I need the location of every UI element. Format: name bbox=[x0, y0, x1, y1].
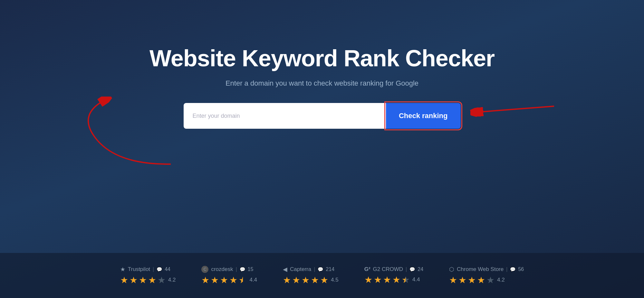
main-content: Website Keyword Rank Checker Enter a dom… bbox=[0, 45, 644, 129]
star-1: ★ bbox=[120, 275, 128, 285]
star-2: ★ bbox=[458, 275, 466, 285]
star-5: ★ bbox=[239, 275, 247, 285]
star-5: ★ bbox=[320, 275, 328, 285]
chromewebstore-score: 4.2 bbox=[497, 277, 505, 283]
crozdesk-header: C crozdesk | 💬 15 bbox=[201, 266, 253, 273]
search-area: Check ranking bbox=[184, 103, 461, 129]
star-5: ★ bbox=[158, 275, 166, 285]
g2crowd-name: G2 CROWD bbox=[373, 266, 403, 273]
chromewebstore-review-icon: 💬 bbox=[510, 267, 515, 272]
crozdesk-review-icon: 💬 bbox=[240, 267, 245, 272]
rating-capterra: ◀ Capterra | 💬 214 ★ ★ ★ ★ ★ 4.5 bbox=[283, 266, 339, 285]
g2crowd-review-icon: 💬 bbox=[409, 267, 415, 272]
star-1: ★ bbox=[283, 275, 291, 285]
star-3: ★ bbox=[468, 275, 476, 285]
g2crowd-score: 4.4 bbox=[412, 276, 420, 283]
chromewebstore-divider: | bbox=[506, 266, 507, 272]
crozdesk-score: 4.4 bbox=[249, 277, 257, 283]
star-5: ★★ bbox=[402, 275, 410, 285]
star-3: ★ bbox=[383, 275, 391, 285]
g2crowd-header: G² G2 CROWD | 💬 24 bbox=[364, 266, 423, 273]
crozdesk-icon: C bbox=[201, 266, 208, 273]
crozdesk-stars: ★ ★ ★ ★ ★ 4.4 bbox=[201, 275, 257, 285]
star-1: ★ bbox=[449, 275, 457, 285]
star-2: ★ bbox=[130, 275, 138, 285]
capterra-name: Capterra bbox=[290, 266, 311, 273]
left-arrow-icon bbox=[74, 97, 184, 167]
capterra-icon: ◀ bbox=[283, 266, 287, 273]
star-2: ★ bbox=[374, 275, 382, 285]
page-subtitle: Enter a domain you want to check website… bbox=[226, 79, 418, 88]
capterra-score: 4.5 bbox=[331, 277, 339, 283]
rating-chromewebstore: ⬡ Chrome Web Store | 💬 56 ★ ★ ★ ★ ★ 4.2 bbox=[449, 266, 524, 285]
capterra-review-icon: 💬 bbox=[318, 267, 323, 272]
star-2: ★ bbox=[292, 275, 300, 285]
trustpilot-header: ★ Trustpilot | 💬 44 bbox=[120, 266, 170, 273]
star-4: ★ bbox=[148, 275, 156, 285]
page-title: Website Keyword Rank Checker bbox=[149, 45, 495, 71]
trustpilot-count: 44 bbox=[165, 266, 170, 272]
g2crowd-stars: ★ ★ ★ ★ ★★ 4.4 bbox=[364, 275, 420, 285]
trustpilot-divider: | bbox=[153, 266, 154, 272]
capterra-divider: | bbox=[314, 266, 315, 272]
star-4: ★ bbox=[392, 275, 400, 285]
trustpilot-stars: ★ ★ ★ ★ ★ 4.2 bbox=[120, 275, 176, 285]
star-3: ★ bbox=[220, 275, 228, 285]
chromewebstore-stars: ★ ★ ★ ★ ★ 4.2 bbox=[449, 275, 505, 285]
trustpilot-review-icon: 💬 bbox=[157, 267, 162, 272]
star-3: ★ bbox=[139, 275, 147, 285]
chromewebstore-header: ⬡ Chrome Web Store | 💬 56 bbox=[449, 266, 524, 273]
trustpilot-score: 4.2 bbox=[168, 277, 176, 283]
capterra-stars: ★ ★ ★ ★ ★ 4.5 bbox=[283, 275, 339, 285]
trustpilot-name: Trustpilot bbox=[128, 266, 150, 273]
g2crowd-count: 24 bbox=[418, 266, 423, 272]
check-ranking-button[interactable]: Check ranking bbox=[386, 103, 461, 129]
rating-g2crowd: G² G2 CROWD | 💬 24 ★ ★ ★ ★ ★★ 4.4 bbox=[364, 266, 423, 285]
star-3: ★ bbox=[302, 275, 310, 285]
rating-crozdesk: C crozdesk | 💬 15 ★ ★ ★ ★ ★ 4.4 bbox=[201, 266, 257, 285]
g2crowd-icon: G² bbox=[364, 266, 370, 273]
capterra-header: ◀ Capterra | 💬 214 bbox=[283, 266, 334, 273]
search-wrapper: Check ranking bbox=[184, 103, 461, 129]
ratings-bar: ★ Trustpilot | 💬 44 ★ ★ ★ ★ ★ 4.2 C croz… bbox=[0, 253, 644, 298]
star-5: ★ bbox=[486, 275, 495, 285]
chromewebstore-name: Chrome Web Store bbox=[457, 266, 504, 273]
star-1: ★ bbox=[364, 275, 372, 285]
star-4: ★ bbox=[477, 275, 485, 285]
star-4: ★ bbox=[229, 275, 237, 285]
g2crowd-divider: | bbox=[406, 266, 407, 272]
chromewebstore-count: 56 bbox=[518, 266, 524, 272]
crozdesk-divider: | bbox=[235, 266, 237, 272]
capterra-count: 214 bbox=[326, 266, 334, 272]
trustpilot-icon: ★ bbox=[120, 266, 125, 273]
chromewebstore-icon: ⬡ bbox=[449, 266, 454, 273]
star-2: ★ bbox=[211, 275, 219, 285]
star-1: ★ bbox=[201, 275, 209, 285]
crozdesk-name: crozdesk bbox=[211, 266, 233, 273]
star-4: ★ bbox=[311, 275, 319, 285]
right-arrow-icon bbox=[461, 100, 557, 126]
crozdesk-count: 15 bbox=[248, 266, 254, 272]
rating-trustpilot: ★ Trustpilot | 💬 44 ★ ★ ★ ★ ★ 4.2 bbox=[120, 266, 176, 285]
domain-input[interactable] bbox=[184, 103, 386, 129]
